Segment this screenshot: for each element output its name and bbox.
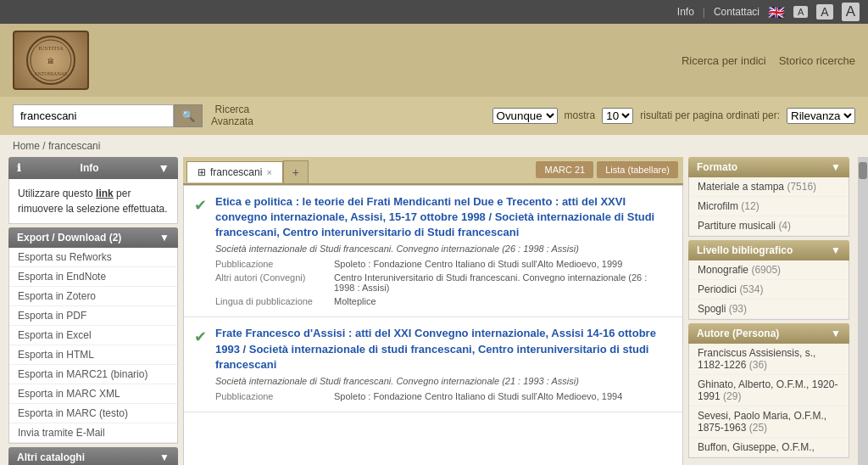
export-arrow-icon: ▼ (159, 232, 170, 244)
result-society-2: Società internazionale di Studi francesc… (215, 376, 672, 386)
breadcrumb-home[interactable]: Home (13, 140, 40, 152)
table-row: Altri autori (Convegni) Centro Interuniv… (215, 271, 672, 294)
formato-item-count: (4) (778, 220, 791, 232)
tab-search-icon: ⊞ (198, 166, 206, 178)
livello-header-label: Livello bibliografico (697, 244, 793, 256)
autore-header[interactable]: Autore (Persona) ▼ (688, 323, 849, 344)
results-per-page-label: risultati per pagina ordinati per: (640, 109, 780, 121)
export-html[interactable]: Esporta in HTML (9, 345, 177, 365)
result-altri-value: Centro Interuniversitario di Studi franc… (334, 271, 672, 294)
autore-arrow-icon: ▼ (831, 328, 841, 339)
formato-item-count: (7516) (787, 181, 816, 193)
autore-item-count: (29) (723, 390, 741, 402)
sort-select[interactable]: Rilevanza Titolo Autore Anno (787, 108, 855, 124)
tab-close-icon[interactable]: × (266, 167, 271, 177)
info-link[interactable]: Info (677, 6, 694, 18)
search-options: Ovunque Titolo Autore Soggetto mostra 10… (492, 108, 855, 124)
table-row: Lingua di pubblicazione Molteplice (215, 294, 672, 308)
info-arrow-icon: ▼ (158, 161, 170, 175)
per-page-select[interactable]: 10 20 50 (602, 108, 633, 124)
autore-item-count: (25) (749, 422, 767, 434)
formato-header[interactable]: Formato ▼ (688, 157, 849, 177)
info-header-icon: ℹ (17, 162, 21, 174)
formato-item-count: (12) (741, 200, 759, 212)
header: IUSTITIA ANTONIANAE 🏛 Ricerca per indici… (0, 24, 868, 97)
search-input[interactable] (13, 104, 174, 127)
formato-item[interactable]: Partiture musicali (4) (689, 216, 849, 236)
table-row: Pubblicazione Spoleto : Fondazione Centr… (215, 389, 629, 403)
result-item: ✔ Etica e politica : le teorie dei Frati… (184, 186, 682, 318)
results-area: ✔ Etica e politica : le teorie dei Frati… (183, 185, 683, 465)
font-large-button[interactable]: A (842, 3, 860, 21)
storico-ricerche-link[interactable]: Storico ricerche (779, 54, 855, 67)
autore-item[interactable]: Sevesi, Paolo Maria, O.F.M., 1875-1963 (… (689, 406, 849, 438)
result-altri-label: Altri autori (Convegni) (215, 271, 334, 294)
formato-item-label: Materiale a stampa (698, 181, 784, 193)
font-medium-button[interactable]: A (816, 4, 832, 20)
autore-item[interactable]: Franciscus Assisiensis, s., 1182-1226 (3… (689, 344, 849, 375)
livello-header[interactable]: Livello bibliografico ▼ (688, 240, 849, 261)
altri-arrow-icon: ▼ (159, 451, 170, 463)
livello-item[interactable]: Spogli (93) (689, 300, 849, 319)
formato-item[interactable]: Microfilm (12) (689, 197, 849, 216)
search-button[interactable]: 🔍 (174, 104, 203, 127)
export-excel[interactable]: Esporta in Excel (9, 326, 177, 345)
formato-arrow-icon: ▼ (831, 161, 841, 173)
autore-item-label: Ghinato, Alberto, O.F.M., 1920-1991 (698, 378, 837, 402)
ricerca-per-indici-link[interactable]: Ricerca per indici (682, 54, 766, 67)
view-buttons: MARC 21 Lista (tabellare) (536, 161, 683, 182)
info-link-inner[interactable]: link (96, 188, 114, 199)
tab-label: francescani (210, 166, 262, 178)
lista-view-button[interactable]: Lista (tabellare) (597, 161, 678, 178)
scrollbar-thumb[interactable] (859, 162, 867, 179)
export-marc-testo[interactable]: Esporta in MARC (testo) (9, 404, 177, 423)
contattaci-link[interactable]: Contattaci (714, 6, 760, 18)
livello-arrow-icon: ▼ (831, 244, 841, 256)
info-text: Utilizzare questo link per rimuovere la … (18, 188, 168, 215)
altri-cataloghi-header[interactable]: Altri cataloghi ▼ (8, 447, 178, 465)
export-refworks[interactable]: Esporta su Refworks (9, 248, 177, 267)
result-publication-2: Spoleto : Fondazione Centro Italiano di … (334, 389, 629, 403)
export-marc21[interactable]: Esporta in MARC21 (binario) (9, 365, 177, 384)
altri-cataloghi-label: Altri cataloghi (17, 451, 85, 463)
livello-body: Monografie (6905) Periodici (534) Spogli… (688, 261, 849, 320)
svg-text:IUSTITIA: IUSTITIA (38, 45, 64, 52)
autore-item[interactable]: Ghinato, Alberto, O.F.M., 1920-1991 (29) (689, 375, 849, 406)
table-row: Pubblicazione Spoleto : Fondazione Centr… (215, 257, 672, 271)
livello-item[interactable]: Periodici (534) (689, 280, 849, 300)
export-endnote[interactable]: Esporta in EndNote (9, 267, 177, 287)
formato-item[interactable]: Materiale a stampa (7516) (689, 177, 849, 197)
tab-add-button[interactable]: + (283, 160, 309, 183)
export-email[interactable]: Invia tramite E-Mail (9, 423, 177, 443)
formato-item-label: Partiture musicali (698, 220, 776, 232)
export-zotero[interactable]: Esporta in Zotero (9, 287, 177, 306)
scrollbar[interactable] (858, 157, 868, 465)
marc21-view-button[interactable]: MARC 21 (536, 161, 593, 178)
advanced-search-link[interactable]: Ricerca Avanzata (211, 104, 253, 128)
formato-item-label: Microfilm (698, 200, 738, 212)
mostra-label: mostra (565, 109, 596, 121)
info-header-label: Info (81, 162, 99, 174)
livello-item-label: Spogli (698, 303, 726, 315)
livello-item[interactable]: Monografie (6905) (689, 261, 849, 280)
info-header[interactable]: ℹ Info ▼ (8, 157, 178, 179)
main-layout: ℹ Info ▼ Utilizzare questo link per rimu… (0, 157, 868, 465)
divider: | (703, 6, 705, 18)
export-pdf[interactable]: Esporta in PDF (9, 306, 177, 326)
breadcrumb-current: francescani (48, 140, 100, 152)
livello-item-count: (534) (739, 283, 763, 295)
active-tab[interactable]: ⊞ francescani × (186, 161, 283, 182)
result-title-1[interactable]: Etica e politica : le teorie dei Frati M… (215, 195, 654, 238)
flag-icon: 🇬🇧 (768, 4, 785, 20)
location-select[interactable]: Ovunque Titolo Autore Soggetto (492, 108, 558, 124)
result-society-1: Società internazionale di Studi francesc… (215, 244, 672, 254)
export-header-label: Export / Download (2) (17, 232, 121, 244)
livello-item-label: Monografie (698, 264, 748, 276)
font-small-button[interactable]: A (793, 6, 808, 18)
info-body: Utilizzare questo link per rimuovere la … (8, 179, 178, 224)
autore-item[interactable]: Buffon, Giuseppe, O.F.M., (689, 438, 849, 457)
search-bar: 🔍 Ricerca Avanzata Ovunque Titolo Autore… (0, 97, 868, 135)
export-marc-xml[interactable]: Esporta in MARC XML (9, 384, 177, 404)
result-title-2[interactable]: Frate Francesco d'Assisi : atti del XXI … (215, 327, 656, 370)
export-header[interactable]: Export / Download (2) ▼ (8, 227, 178, 248)
